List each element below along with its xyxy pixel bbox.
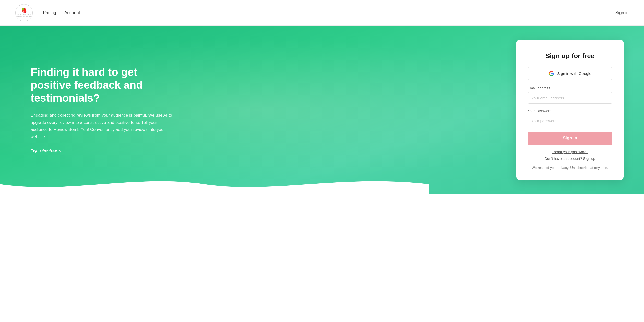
navbar: 🍓 REVIEW BOMB review bomb me Pricing Acc… — [0, 0, 644, 26]
hero-content: Finding it hard to get positive feedback… — [0, 45, 199, 174]
forgot-password-link[interactable]: Forgot your password? — [552, 150, 588, 154]
google-signin-label: Sign in with Google — [557, 71, 591, 76]
nav-pricing[interactable]: Pricing — [43, 10, 56, 15]
logo-icon: 🍓 — [21, 7, 27, 13]
signin-button[interactable]: Sign in — [528, 132, 612, 145]
logo-text-top: REVIEW BOMB — [17, 14, 31, 16]
hero-title: Finding it hard to get positive feedback… — [31, 66, 179, 104]
hero-description: Engaging and collecting reviews from you… — [31, 112, 174, 140]
hero-wave — [0, 174, 429, 194]
logo-text-bottom: review bomb me — [17, 16, 31, 18]
password-label: Your Password — [528, 109, 612, 113]
signup-card: Sign up for free Sign in with Google Ema… — [516, 40, 624, 180]
google-logo-icon — [548, 71, 554, 76]
privacy-text: We respect your privacy. Unsubscribe at … — [528, 166, 612, 170]
google-signin-button[interactable]: Sign in with Google — [528, 67, 612, 80]
email-input[interactable] — [528, 92, 612, 104]
hero-cta-label: Try it for free — [31, 149, 57, 154]
email-label: Email address — [528, 86, 612, 90]
hero-cta-button[interactable]: Try it for free › — [31, 148, 61, 154]
hero-section: Finding it hard to get positive feedback… — [0, 26, 644, 194]
hero-cta-arrow: › — [59, 148, 61, 154]
no-account-link[interactable]: Don't have an account? Sign up — [545, 157, 595, 161]
nav-account[interactable]: Account — [64, 10, 80, 15]
signup-title: Sign up for free — [528, 52, 612, 60]
form-links: Forgot your password? Don't have an acco… — [528, 150, 612, 161]
logo-circle: 🍓 REVIEW BOMB review bomb me — [15, 4, 33, 21]
navbar-signin[interactable]: Sign in — [615, 10, 629, 15]
logo[interactable]: 🍓 REVIEW BOMB review bomb me — [15, 4, 33, 21]
navbar-links: Pricing Account — [43, 10, 615, 15]
password-input[interactable] — [528, 115, 612, 126]
